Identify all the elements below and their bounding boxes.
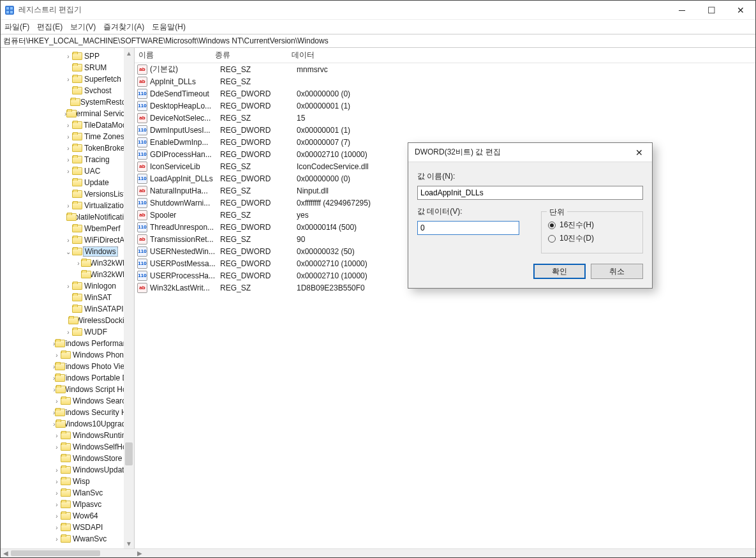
scroll-up-icon[interactable]: ▲ <box>124 48 134 58</box>
value-name-input[interactable] <box>417 186 643 200</box>
chevron-right-icon[interactable]: › <box>64 237 72 244</box>
menu-view[interactable]: 보기(V) <box>70 22 96 33</box>
tree-item[interactable]: ›WbemPerf <box>1 223 134 234</box>
tree-item[interactable]: ›WinSAT <box>1 292 134 303</box>
tree-scrollbar[interactable]: ▲ ▼ <box>124 48 134 548</box>
tree-item[interactable]: ›Win32kWPP <box>1 269 134 280</box>
tree-item[interactable]: ⌄Windows <box>1 246 134 257</box>
address-bar[interactable]: 컴퓨터\HKEY_LOCAL_MACHINE\SOFTWARE\Microsof… <box>1 34 755 48</box>
chevron-right-icon[interactable]: › <box>64 76 72 83</box>
close-button[interactable]: ✕ <box>726 1 755 20</box>
tree-item[interactable]: ›WSDAPI <box>1 522 134 533</box>
chevron-right-icon[interactable]: › <box>53 501 61 508</box>
tree-item[interactable]: ›Windows Script Host <box>1 384 134 395</box>
horizontal-scrollbar[interactable]: ◀ ▶ <box>1 548 755 557</box>
tree-item[interactable]: ›WindowsStore <box>1 453 134 464</box>
chevron-right-icon[interactable]: › <box>64 168 72 175</box>
tree-item[interactable]: ›Update <box>1 177 134 188</box>
tree-item[interactable]: ›TileDataModel <box>1 119 134 131</box>
hscroll-thumb[interactable] <box>11 550 100 556</box>
tree-panel[interactable]: ›SPP›SRUM›Superfetch›Svchost›SystemResto… <box>1 48 135 548</box>
ok-button[interactable]: 확인 <box>533 264 586 279</box>
menu-edit[interactable]: 편집(E) <box>37 22 63 33</box>
tree-item[interactable]: ›Tracing <box>1 154 134 165</box>
chevron-right-icon[interactable]: › <box>53 524 61 531</box>
tree-item[interactable]: ›Windows Photo Viewer <box>1 361 134 372</box>
dialog-title-bar[interactable]: DWORD(32비트) 값 편집 ✕ <box>408 143 652 162</box>
tree-item[interactable]: ›Wisp <box>1 476 134 487</box>
chevron-right-icon[interactable]: › <box>64 156 72 163</box>
radio-dec[interactable]: 10진수(D) <box>548 233 636 244</box>
tree-item[interactable]: ›SystemRestore <box>1 96 134 108</box>
chevron-right-icon[interactable]: › <box>64 122 72 129</box>
chevron-right-icon[interactable]: › <box>53 398 61 405</box>
tree-item[interactable]: ›Terminal Services <box>1 108 134 119</box>
tree-item[interactable]: ›WUDF <box>1 326 134 338</box>
tree-item[interactable]: ›SPP <box>1 50 134 62</box>
tree-item[interactable]: ›WlanSvc <box>1 487 134 499</box>
tree-item[interactable]: ›Win32kWPP <box>1 257 134 269</box>
value-row[interactable]: 110DwmInputUsesI...REG_DWORD0x00000001 (… <box>135 124 755 136</box>
tree-item[interactable]: ›Winlogon <box>1 280 134 292</box>
chevron-right-icon[interactable]: › <box>53 467 61 474</box>
chevron-down-icon[interactable]: ⌄ <box>64 248 72 255</box>
tree-item[interactable]: ›WindowsRuntime <box>1 430 134 441</box>
value-row[interactable]: abDeviceNotSelec...REG_SZ15 <box>135 112 755 124</box>
header-data[interactable]: 데이터 <box>288 50 755 61</box>
value-row[interactable]: abAppInit_DLLsREG_SZ <box>135 75 755 87</box>
menu-help[interactable]: 도움말(H) <box>152 22 186 33</box>
chevron-right-icon[interactable]: › <box>64 145 72 152</box>
chevron-right-icon[interactable]: › <box>53 444 61 451</box>
tree-item[interactable]: ›TokenBroker <box>1 142 134 154</box>
dialog-close-button[interactable]: ✕ <box>626 143 652 162</box>
value-row[interactable]: 110DesktopHeapLo...REG_DWORD0x00000001 (… <box>135 100 755 112</box>
chevron-right-icon[interactable]: › <box>76 260 81 267</box>
header-type[interactable]: 종류 <box>211 50 288 61</box>
tree-item[interactable]: ›VolatileNotifications <box>1 211 134 223</box>
tree-item[interactable]: ›Windows Performance Toolkit <box>1 338 134 349</box>
chevron-right-icon[interactable]: › <box>64 53 72 60</box>
tree-item[interactable]: ›Windows Phone <box>1 349 134 361</box>
tree-item[interactable]: ›SRUM <box>1 62 134 73</box>
chevron-right-icon[interactable]: › <box>53 490 61 497</box>
cancel-button[interactable]: 취소 <box>591 264 643 279</box>
value-row[interactable]: ab(기본값)REG_SZmnmsrvc <box>135 63 755 75</box>
tree-item[interactable]: ›WiFiDirectAPI <box>1 234 134 246</box>
minimize-button[interactable]: ─ <box>667 1 697 20</box>
chevron-right-icon[interactable]: › <box>53 432 61 439</box>
tree-item[interactable]: ›Windows Security Health <box>1 407 134 418</box>
tree-item[interactable]: ›Time Zones <box>1 131 134 142</box>
tree-item[interactable]: ›WindowsUpdate <box>1 464 134 476</box>
value-row[interactable]: 110DdeSendTimeoutREG_DWORD0x00000000 (0) <box>135 87 755 100</box>
tree-item[interactable]: ›WinSATAPI <box>1 303 134 315</box>
scroll-thumb[interactable] <box>125 442 133 465</box>
tree-item[interactable]: ›Wow64 <box>1 510 134 522</box>
radio-hex[interactable]: 16진수(H) <box>548 220 636 230</box>
tree-item[interactable]: ›Superfetch <box>1 73 134 85</box>
menu-file[interactable]: 파일(F) <box>4 22 29 33</box>
menu-favorites[interactable]: 즐겨찾기(A) <box>103 22 144 33</box>
tree-item[interactable]: ›UAC <box>1 165 134 177</box>
chevron-right-icon[interactable]: › <box>53 513 61 520</box>
tree-item[interactable]: ›VersionsList <box>1 188 134 200</box>
tree-item[interactable]: ›WwanSvc <box>1 533 134 545</box>
maximize-button[interactable]: ☐ <box>697 1 726 20</box>
chevron-right-icon[interactable]: › <box>53 536 61 543</box>
tree-item[interactable]: ›Virtualization <box>1 200 134 211</box>
scroll-down-icon[interactable]: ▼ <box>124 538 134 548</box>
chevron-right-icon[interactable]: › <box>53 352 61 359</box>
chevron-right-icon[interactable]: › <box>64 133 72 140</box>
value-data-input[interactable] <box>417 221 519 235</box>
chevron-right-icon[interactable]: › <box>64 283 72 290</box>
tree-item[interactable]: ›Windows Portable Devices <box>1 372 134 384</box>
tree-item[interactable]: ›WirelessDocking <box>1 315 134 326</box>
scroll-right-icon[interactable]: ▶ <box>135 549 145 557</box>
chevron-right-icon[interactable]: › <box>53 478 61 485</box>
tree-item[interactable]: ›Windows Search <box>1 395 134 407</box>
tree-item[interactable]: ›WindowsSelfHost <box>1 441 134 453</box>
header-name[interactable]: 이름 <box>135 50 211 61</box>
scroll-left-icon[interactable]: ◀ <box>1 549 11 557</box>
list-panel[interactable]: 이름 종류 데이터 ab(기본값)REG_SZmnmsrvcabAppInit_… <box>135 48 755 548</box>
tree-item[interactable]: ›Windows10Upgrader <box>1 418 134 430</box>
chevron-right-icon[interactable]: › <box>64 329 72 336</box>
